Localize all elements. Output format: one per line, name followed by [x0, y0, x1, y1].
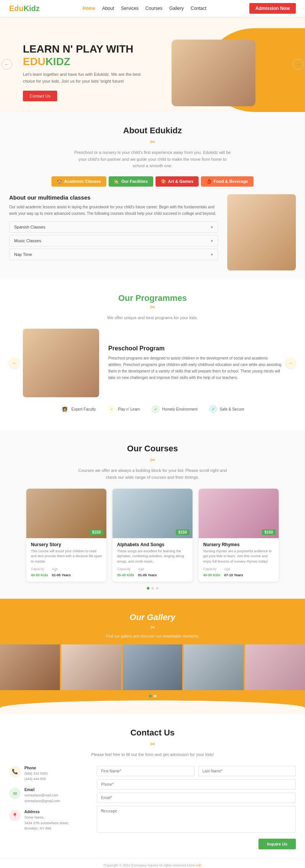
programmes-wrapper: ← Preschool Program Preschool programs a… — [9, 329, 296, 397]
chevron-down-icon: + — [211, 238, 213, 243]
inquire-button[interactable]: Inquire Us — [258, 839, 296, 849]
about-scissors-icon: ✂ — [9, 138, 296, 146]
nav-home[interactable]: Home — [83, 6, 95, 11]
course-desc-3: Nursing rhymes are a purposeful audience… — [203, 549, 274, 564]
nav-courses[interactable]: Courses — [145, 6, 162, 11]
dot-2[interactable] — [151, 587, 154, 590]
hero-description: Let's learn together and have fun with E… — [23, 71, 145, 85]
contact-button[interactable]: Contact Us — [23, 91, 57, 101]
course-body-2: Alphabets And Songs These songs are exce… — [112, 538, 193, 582]
gallery-image-1 — [0, 644, 60, 690]
course-card-2: $150 Alphabets And Songs These songs are… — [112, 489, 193, 582]
gallery-image-2 — [61, 644, 121, 690]
course-image-3: $150 — [199, 489, 279, 538]
course-body-1: Nursery Story This course will assist yo… — [26, 538, 106, 582]
contact-address-item: 📍 Address Some Name, 3434 37th somewhere… — [9, 810, 85, 831]
courses-grid: $150 Nursery Story This course will assi… — [9, 489, 296, 582]
gallery-title: Our Gallery — [0, 612, 305, 622]
logo-kidz: Kidz — [24, 4, 40, 13]
features-row: 👩‍🏫 Expert Faculty ✓ Play n' Learn ✓ Hom… — [9, 405, 296, 413]
first-name-input[interactable] — [97, 766, 194, 776]
nav-services[interactable]: Services — [121, 6, 138, 11]
contact-title: Contact Us — [9, 728, 296, 738]
hero-prev-button[interactable]: ← — [2, 59, 12, 70]
nav-contact[interactable]: Contact — [191, 6, 206, 11]
nav-gallery[interactable]: Gallery — [169, 6, 184, 11]
course-card-1: $150 Nursery Story This course will assi… — [26, 489, 106, 582]
email-field — [97, 793, 296, 803]
accordion-nap[interactable]: Nap Time + — [9, 249, 218, 260]
contact-subtitle: Please feel free to fill out the form an… — [72, 751, 233, 758]
contact-email-item: ✉ Email someplace@mail.com someplace@gma… — [9, 788, 85, 804]
feature-safe: ✓ Safe & Secure — [209, 405, 244, 413]
gallery-image-4 — [184, 644, 244, 690]
course-meta-2: Capacity 35-40 Kids Age 01-05 Years — [117, 567, 188, 578]
logo: EduKidz — [9, 4, 40, 13]
about-subtitle: Preschool or a nursery is your child's f… — [72, 149, 233, 169]
gallery-scissors-icon: ✂ — [0, 624, 305, 631]
about-text: About our multimedia classes Our solid a… — [9, 194, 218, 270]
gallery-section: Our Gallery ✂ Find our gallery and disco… — [0, 599, 305, 714]
contact-scissors-icon: ✂ — [9, 740, 296, 748]
courses-title: Our Courses — [9, 444, 296, 454]
phone-input[interactable] — [97, 779, 296, 790]
facilities-icon: 🏡 — [114, 179, 119, 184]
footer-link[interactable]: Info — [196, 863, 202, 867]
programme-title: Preschool Program — [108, 345, 282, 352]
email-input[interactable] — [97, 793, 296, 803]
contact-address-text: Address Some Name, 3434 37th somewhere s… — [24, 810, 69, 831]
nav-about[interactable]: About — [102, 6, 114, 11]
about-section: About Edukidz ✂ Preschool or a nursery i… — [0, 112, 305, 280]
hero-edu: EDU — [23, 56, 45, 67]
logo-edu: Edu — [9, 4, 24, 13]
course-age-2: Age 01-05 Years — [138, 567, 157, 578]
gallery-dot-1[interactable] — [149, 695, 152, 697]
footer: Copyright © 2024 [Company Name] All righ… — [0, 858, 305, 868]
tab-facilities[interactable]: 🏡 Our Facilities — [109, 176, 153, 187]
tab-academic-label: Academic Classes — [64, 179, 101, 184]
about-content-title: About our multimedia classes — [9, 194, 218, 201]
about-content: About our multimedia classes Our solid a… — [9, 194, 296, 270]
programmes-title: Our Programmes — [9, 293, 296, 303]
contact-layout: 📞 Phone (888) 333 5555 (444) 444-555 ✉ E… — [9, 766, 296, 849]
tab-art[interactable]: 🎨 Art & Games — [156, 176, 199, 187]
hero-text: LEARN N' PLAY WITH EDUKIDZ Let's learn t… — [23, 43, 145, 101]
hero-next-button[interactable]: → — [293, 59, 303, 70]
dot-3[interactable] — [156, 587, 159, 590]
tab-art-label: Art & Games — [168, 179, 194, 184]
homely-icon: ✓ — [151, 405, 160, 413]
programmes-section: Our Programmes ✂ We offer unique and bes… — [0, 280, 305, 430]
course-price-3: $150 — [262, 529, 276, 535]
prog-prev-button[interactable]: ← — [9, 358, 20, 368]
accordion-spanish[interactable]: Spanish Classes + — [9, 221, 218, 233]
contact-phone-text: Phone (888) 333 5555 (444) 444-555 — [24, 766, 48, 782]
message-input[interactable] — [97, 806, 296, 833]
form-email-row — [97, 793, 296, 803]
programme-image — [23, 329, 99, 397]
admission-button[interactable]: Admission Now — [249, 3, 296, 14]
course-age-1: Age 01-05 Years — [52, 567, 71, 578]
about-tabs: 🏫 Academic Classes 🏡 Our Facilities 🎨 Ar… — [9, 176, 296, 187]
tab-food[interactable]: 🍎 Food & Beverage — [201, 176, 253, 187]
form-message-row — [97, 806, 296, 834]
programme-text: Preschool Program Preschool programs are… — [108, 345, 282, 381]
last-name-input[interactable] — [198, 766, 296, 776]
footer-text: Copyright © 2024 [Company Name] All righ… — [103, 863, 201, 867]
tab-academic[interactable]: 🏫 Academic Classes — [51, 176, 106, 187]
prog-next-button[interactable]: → — [285, 358, 296, 368]
accordion-music[interactable]: Music Classes + — [9, 235, 218, 246]
course-image-2: $150 — [112, 489, 193, 538]
courses-section: Our Courses ✂ Courses we offer are alway… — [0, 430, 305, 599]
gallery-dot-2[interactable] — [154, 695, 156, 697]
contact-phone-item: 📞 Phone (888) 333 5555 (444) 444-555 — [9, 766, 85, 782]
course-age-3: Age 07-10 Years — [224, 567, 243, 578]
course-title-1: Nursery Story — [31, 542, 102, 547]
phone-field — [97, 779, 296, 790]
gallery-image-5 — [245, 644, 305, 690]
feature-homely: ✓ Homely Environment — [151, 405, 197, 413]
course-desc-1: This course will assist your children to… — [31, 549, 102, 564]
programme-desc: Preschool programs are designed to assis… — [108, 355, 282, 381]
dot-1[interactable] — [147, 587, 149, 590]
course-title-3: Nursery Rhymes — [203, 542, 274, 547]
play-icon: ✓ — [107, 405, 116, 413]
